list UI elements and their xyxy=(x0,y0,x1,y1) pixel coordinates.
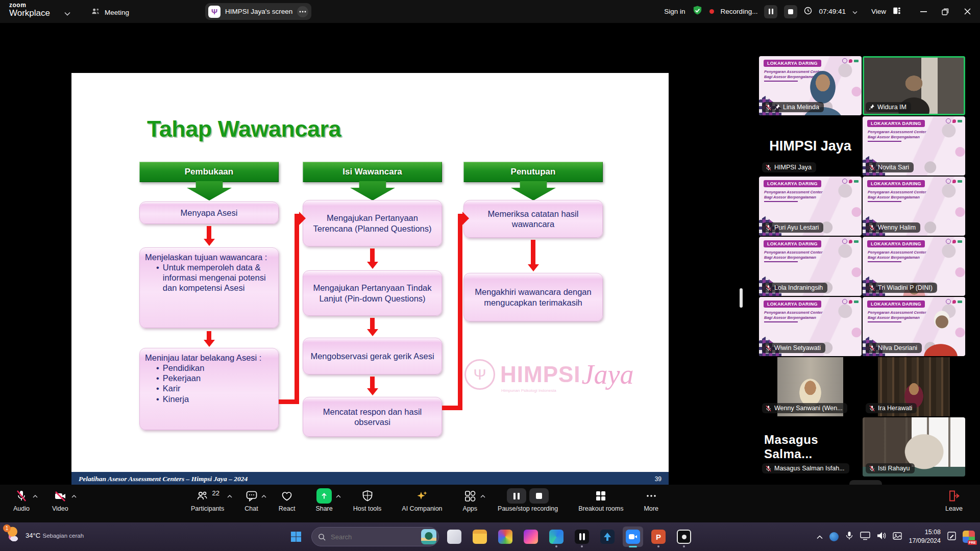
audio-button[interactable]: Audio xyxy=(13,485,30,512)
tray-speaker-icon[interactable] xyxy=(877,532,886,542)
breakout-rooms-button[interactable]: Breakout rooms xyxy=(578,485,623,512)
windows-logo-icon xyxy=(290,531,302,543)
security-shield-icon[interactable] xyxy=(692,5,703,18)
meeting-toolbar: Audio Video 22 Participants xyxy=(0,485,980,522)
timer-chevron-icon[interactable] xyxy=(852,7,857,16)
pause-stop-recording-button[interactable]: Pause/stop recording xyxy=(498,485,558,512)
participant-tile[interactable]: LOKAKARYA DARING Penyegaran Assessment C… xyxy=(759,56,862,115)
taskbar-app-clipchamp[interactable] xyxy=(521,527,541,547)
tray-chevron-up-icon[interactable] xyxy=(817,532,823,541)
weather-widget[interactable]: 1 34°C Sebagian cerah xyxy=(5,527,84,544)
stop-recording-icon[interactable] xyxy=(529,488,549,504)
taskbar-app-dark-tile[interactable] xyxy=(572,527,592,547)
pause-recording-icon[interactable] xyxy=(507,488,526,504)
chevron-up-icon[interactable] xyxy=(227,492,232,499)
tray-mic-icon[interactable] xyxy=(845,531,853,542)
chevron-up-icon[interactable] xyxy=(33,492,38,499)
flow-box: Memeriksa catatan hasil wawancara xyxy=(463,200,603,238)
red-arrow-icon xyxy=(207,331,211,340)
taskbar-app-file-explorer[interactable] xyxy=(470,527,490,547)
green-arrow-icon xyxy=(350,181,395,201)
ai-companion-button[interactable]: AI Companion xyxy=(402,485,442,512)
chat-button[interactable]: Chat xyxy=(244,485,258,512)
panel-resize-handle[interactable] xyxy=(740,288,743,308)
participant-tile[interactable]: LOKAKARYA DARING Penyegaran Assessment C… xyxy=(759,177,862,236)
leave-icon xyxy=(947,489,961,503)
restore-button[interactable] xyxy=(938,0,953,23)
participant-tile[interactable]: LOKAKARYA DARING Penyegaran Assessment C… xyxy=(759,237,862,296)
tray-clock[interactable]: 15:08 17/09/2024 xyxy=(909,528,941,545)
view-layout-icon[interactable] xyxy=(893,7,901,17)
share-button[interactable]: Share xyxy=(315,485,332,512)
vbg-logos xyxy=(842,299,859,304)
brand-workplace: Workplace xyxy=(9,9,50,17)
pin-icon xyxy=(774,104,780,110)
name-tag: Wenny Halim xyxy=(866,222,920,233)
notification-badge: 1 xyxy=(3,524,11,532)
vbg-logos xyxy=(946,239,962,244)
stop-recording-button[interactable] xyxy=(784,5,797,18)
react-button[interactable]: React xyxy=(279,485,296,512)
participant-tile[interactable]: Masagus Salma... Masagus Salman Isfah... xyxy=(759,417,862,477)
taskbar-app-widgets[interactable] xyxy=(444,527,464,547)
taskbar-app-zoom-active[interactable] xyxy=(623,527,643,547)
pause-recording-button[interactable] xyxy=(764,5,777,18)
chevron-up-icon[interactable] xyxy=(336,492,341,499)
host-tools-button[interactable]: Host tools xyxy=(353,485,382,512)
taskbar-app-obs[interactable] xyxy=(674,527,694,547)
search-highlight-image[interactable] xyxy=(421,529,436,544)
flow-box: Mengobservasi gerak gerik Asesi xyxy=(303,338,442,374)
apps-icon xyxy=(463,489,477,503)
participant-tile[interactable]: Wenny Sanwani (Wen... xyxy=(759,357,862,416)
name-tag: Wiwin Setyawati xyxy=(762,343,825,353)
connector-line xyxy=(458,214,462,410)
leave-button[interactable]: Leave xyxy=(945,485,963,512)
taskbar-app-edge[interactable] xyxy=(546,527,567,547)
share-screen-icon xyxy=(316,488,332,504)
weather-description: Sebagian cerah xyxy=(43,533,84,539)
participant-tile-active-speaker[interactable]: Widura IM xyxy=(863,56,965,115)
taskbar-search[interactable] xyxy=(311,527,439,546)
chevron-up-icon[interactable] xyxy=(480,492,485,499)
participant-tile[interactable]: LOKAKARYA DARING Penyegaran Assessment C… xyxy=(863,297,965,356)
red-arrow-icon xyxy=(370,377,375,389)
participant-tile[interactable]: HIMPSI Jaya HIMPSI Jaya xyxy=(759,116,862,176)
name-tag: Ira Herawati xyxy=(866,403,917,413)
taskbar-app-powerpoint[interactable]: P xyxy=(648,527,669,547)
participant-tile[interactable]: LOKAKARYA DARING Penyegaran Assessment C… xyxy=(759,297,862,356)
view-button-label[interactable]: View xyxy=(871,8,886,15)
flow-box-bullet: Karir xyxy=(163,383,181,393)
apps-button[interactable]: Apps xyxy=(463,485,478,512)
red-arrow-icon xyxy=(207,226,211,239)
participant-tile[interactable]: Isti Rahayu xyxy=(863,417,965,477)
participants-button[interactable]: 22 Participants xyxy=(191,485,224,512)
taskbar-app-store[interactable] xyxy=(597,527,618,547)
tray-app-icon[interactable] xyxy=(829,532,839,541)
name-tag: Lina Melinda xyxy=(762,102,824,112)
meeting-timer: 07:49:41 xyxy=(819,8,846,15)
video-button[interactable]: Video xyxy=(52,485,68,512)
search-input[interactable] xyxy=(330,533,417,541)
slide-page-number: 39 xyxy=(655,475,662,483)
more-button[interactable]: More xyxy=(644,485,658,512)
minimize-button[interactable] xyxy=(916,0,931,23)
close-button[interactable] xyxy=(960,0,975,23)
more-options-icon[interactable] xyxy=(297,6,308,17)
chevron-up-icon[interactable] xyxy=(71,492,77,499)
participant-tile[interactable]: Ira Herawati xyxy=(863,357,965,416)
tab-shared-screen[interactable]: Ψ HIMPSI Jaya's screen xyxy=(205,3,311,20)
mic-muted-icon xyxy=(869,405,875,412)
chevron-down-icon[interactable] xyxy=(64,9,70,18)
tray-display-icon[interactable] xyxy=(860,532,870,542)
tray-colorful-app-icon[interactable]: FRE xyxy=(963,531,975,543)
sign-in-link[interactable]: Sign in xyxy=(664,8,685,15)
tray-image-icon[interactable] xyxy=(893,532,902,542)
participant-tile[interactable]: LOKAKARYA DARING Penyegaran Assessment C… xyxy=(863,177,965,236)
chevron-up-icon[interactable] xyxy=(261,492,266,499)
tab-meeting[interactable]: Meeting xyxy=(86,4,134,20)
participant-tile[interactable]: LOKAKARYA DARING Penyegaran Assessment C… xyxy=(863,237,965,296)
taskbar-app-photos[interactable] xyxy=(495,527,516,547)
tray-pen-icon[interactable] xyxy=(947,532,956,542)
start-button[interactable] xyxy=(286,527,306,547)
participant-tile[interactable]: LOKAKARYA DARING Penyegaran Assessment C… xyxy=(863,116,965,176)
